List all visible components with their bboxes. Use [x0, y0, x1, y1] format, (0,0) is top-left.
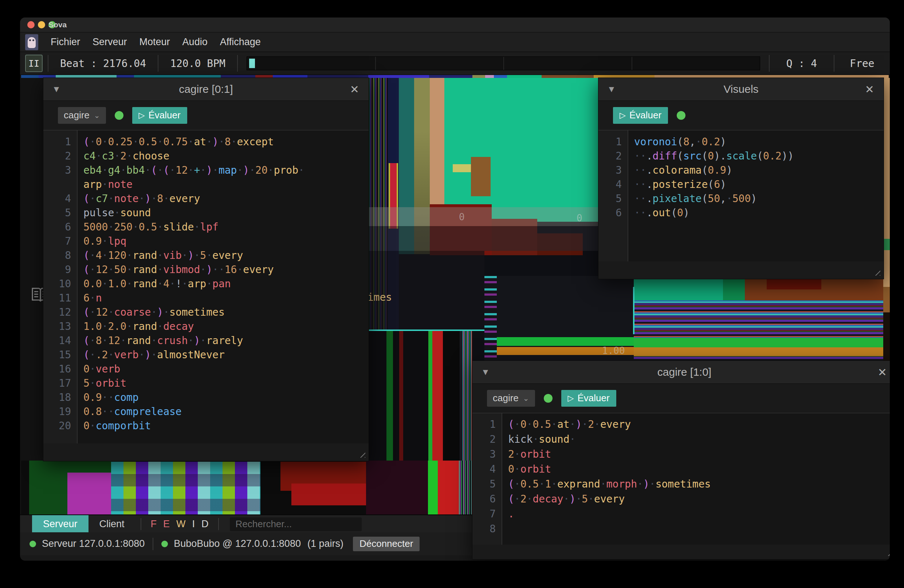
client-status-text: BuboBubo @ 127.0.0.1:8080: [174, 538, 301, 549]
whitespace-dot: ·: [151, 192, 157, 205]
resize-handle[interactable]: [885, 548, 890, 556]
close-window-icon[interactable]: [27, 21, 35, 28]
code-token: 8: [96, 334, 102, 347]
filter-d[interactable]: D: [201, 519, 209, 530]
code-token: map: [218, 164, 237, 176]
glitch-right-green2: [723, 278, 745, 300]
line-number: 4: [598, 177, 627, 192]
filter-w[interactable]: W: [176, 519, 185, 530]
whitespace-dot: ·: [194, 221, 200, 233]
code-token: choose: [133, 150, 169, 162]
whitespace-dot: ·: [588, 493, 594, 505]
menu-fichier[interactable]: Fichier: [51, 36, 80, 48]
chevron-down-icon: ⌄: [94, 111, 100, 120]
filter-e[interactable]: E: [163, 519, 170, 530]
buffer-dropdown[interactable]: cagire ⌄: [487, 390, 535, 407]
line-number: 2: [598, 149, 627, 163]
screenshot-root: Sova Fichier Serveur Moteur Audio Affich…: [0, 0, 904, 588]
buffer-dropdown[interactable]: cagire ⌄: [58, 107, 106, 124]
code-token: every: [169, 192, 200, 205]
menu-affichage[interactable]: Affichage: [220, 36, 261, 48]
code-token: rand: [133, 320, 157, 333]
evaluate-button[interactable]: ▷ Évaluer: [613, 107, 668, 124]
pause-button[interactable]: II: [25, 55, 43, 72]
code-line: 7.: [473, 506, 890, 521]
code-token: (: [702, 150, 708, 162]
minimize-window-icon[interactable]: [38, 21, 45, 28]
code-line-content: (·0·0.25·0.5·0.75·at·)·8·except: [77, 135, 274, 149]
code-token: scale: [726, 150, 757, 162]
code-token: ): [570, 493, 576, 505]
panel-header[interactable]: ▼ cagire [0:1] ✕: [43, 78, 368, 101]
code-token: ): [751, 192, 757, 205]
code-editor[interactable]: 1voronoi(8,·0.2)2··.diff(src(0).scale(0.…: [598, 130, 883, 262]
filter-i[interactable]: I: [192, 519, 195, 530]
code-token: coarse: [114, 306, 151, 318]
line-number: 6: [473, 492, 501, 506]
whitespace-dot: ·: [218, 136, 225, 148]
whitespace-dot: ·: [200, 263, 206, 276]
code-editor[interactable]: 1(·0·0.5·at·)·2·every2kick·sound·32·orbi…: [473, 413, 890, 545]
disconnect-button[interactable]: Déconnecter: [353, 537, 420, 551]
sync-mode-display[interactable]: Free: [834, 52, 890, 75]
play-icon: ▷: [620, 111, 626, 120]
quantize-display[interactable]: Q : 4: [770, 52, 834, 75]
close-icon[interactable]: ✕: [865, 83, 874, 96]
whitespace-dot: ·: [182, 278, 188, 290]
code-editor[interactable]: 1(·0·0.25·0.5·0.75·at·)·8·except2c4·c3·2…: [43, 130, 368, 443]
ghost-zero-label: 0: [459, 211, 465, 222]
code-line-content: ··.pixelate(50,·500): [627, 192, 757, 206]
glitch-right-orange-band: [634, 347, 883, 356]
menu-serveur[interactable]: Serveur: [93, 36, 127, 48]
whitespace-dot: ·: [102, 278, 108, 290]
line-number: 9: [43, 263, 77, 277]
close-icon[interactable]: ✕: [878, 366, 887, 378]
beat-progress-bar[interactable]: [247, 57, 760, 70]
code-token: ): [720, 178, 726, 191]
line-number: [43, 177, 77, 192]
evaluate-button[interactable]: ▷ Évaluer: [561, 390, 616, 407]
search-input[interactable]: [230, 517, 362, 531]
tab-serveur[interactable]: Serveur: [32, 515, 89, 533]
line-number: 5: [473, 477, 501, 492]
whitespace-dot: ·: [90, 192, 96, 205]
play-icon: ▷: [568, 394, 574, 403]
code-line-content: (·8·12·rand·crush·)·rarely: [77, 334, 243, 348]
code-token: ): [683, 207, 689, 219]
code-line-content: 0·verb: [77, 362, 120, 376]
filter-f[interactable]: F: [151, 519, 157, 530]
resize-handle[interactable]: [872, 268, 880, 276]
code-token: (: [702, 164, 708, 176]
code-token: .2: [96, 349, 108, 361]
line-number: 2: [473, 432, 501, 447]
whitespace-dot: ·: [108, 263, 114, 276]
resize-handle[interactable]: [357, 450, 365, 458]
code-token: 2: [520, 493, 527, 505]
code-line-content: 0.0·1.0·rand·4·!·arp·pan: [77, 277, 231, 291]
close-icon[interactable]: ✕: [350, 83, 359, 96]
code-token: (: [508, 418, 514, 430]
menu-audio[interactable]: Audio: [182, 36, 208, 48]
code-token: comp: [114, 391, 138, 404]
whitespace-dot: ·: [96, 150, 102, 162]
code-line: 4··.posterize(6): [598, 177, 883, 192]
evaluate-button[interactable]: ▷ Évaluer: [132, 107, 187, 124]
code-token: (: [671, 207, 677, 219]
ghost-zero-label: 0: [577, 213, 582, 224]
whitespace-dot: ·: [90, 136, 96, 148]
code-token: .: [646, 178, 653, 191]
code-token: 8: [225, 136, 231, 148]
code-token: 12: [108, 334, 120, 347]
whitespace-dot: ·: [157, 136, 163, 148]
code-token: 2: [508, 448, 514, 460]
panel-controls: ▷ Évaluer: [598, 101, 883, 130]
panel-header[interactable]: ▼ cagire [1:0] ✕: [473, 361, 890, 384]
tab-client[interactable]: Client: [89, 515, 136, 533]
menu-moteur[interactable]: Moteur: [139, 36, 170, 48]
whitespace-dot: ·: [108, 221, 114, 233]
whitespace-dot: ·: [126, 320, 133, 333]
code-token: sometimes: [169, 306, 225, 318]
panel-header[interactable]: ▼ Visuels ✕: [598, 78, 883, 101]
code-token: 1.0: [84, 320, 102, 333]
whitespace-dot: ·: [126, 263, 133, 276]
